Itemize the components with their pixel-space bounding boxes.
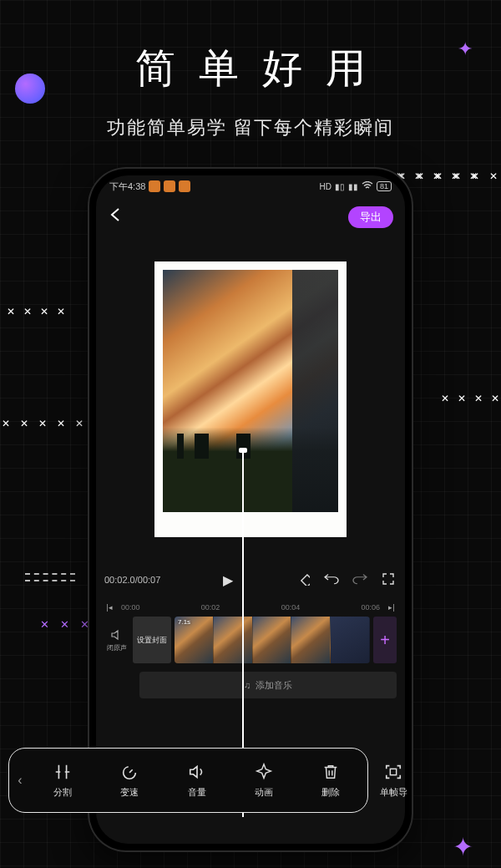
playback-time: 00:02.0/00:07	[104, 575, 160, 585]
add-music-button[interactable]: ♫ 添加音乐	[139, 672, 397, 698]
status-app-icon	[164, 180, 175, 192]
frame-export-button[interactable]: 单帧导	[368, 748, 418, 813]
video-preview[interactable]	[96, 237, 405, 561]
set-cover-button[interactable]: 设置封面	[133, 617, 171, 663]
transport-bar: 00:02.0/00:07 ▶	[96, 561, 405, 598]
signal-icon: ▮▯	[335, 182, 345, 191]
clip-thumb[interactable]	[253, 617, 292, 663]
status-app-icon	[149, 180, 160, 192]
speed-button[interactable]: 变速	[98, 763, 161, 799]
frame-export-label: 单帧导	[380, 786, 407, 799]
add-music-label: 添加音乐	[256, 679, 292, 692]
timeline-ruler[interactable]: |◂ 00:00 00:02 00:04 00:06 ▸|	[96, 598, 405, 617]
phone-screen: 下午4:38 HD ▮▯ ▮▮ 81 导出	[96, 175, 405, 844]
clip-duration-label: 7.1s	[178, 618, 190, 626]
volume-label: 音量	[188, 786, 206, 799]
play-button[interactable]: ▶	[220, 572, 236, 588]
split-label: 分割	[53, 786, 72, 799]
clip-thumb[interactable]	[331, 617, 370, 663]
mute-original-button[interactable]: 闭原声	[104, 617, 129, 663]
ruler-tick: 00:06	[361, 603, 380, 612]
skip-start-button[interactable]: |◂	[104, 603, 114, 612]
delete-button[interactable]: 删除	[299, 763, 362, 799]
promo-subhead: 功能简单易学 留下每个精彩瞬间	[0, 115, 501, 140]
battery-icon: 81	[377, 181, 392, 191]
export-button[interactable]: 导出	[348, 206, 393, 228]
animation-label: 动画	[255, 786, 273, 799]
promo-headline: 简单好用	[0, 42, 501, 95]
animation-button[interactable]: 动画	[232, 763, 296, 799]
deco-dash	[25, 573, 75, 575]
preview-frame	[154, 261, 347, 537]
redo-button[interactable]	[352, 573, 368, 586]
keyframe-button[interactable]	[295, 572, 311, 587]
edit-toolbar: ‹ 分割 变速 音量 动画 删除	[8, 748, 368, 813]
editor-topbar: 导出	[96, 197, 405, 237]
add-clip-button[interactable]: +	[373, 617, 397, 663]
svg-rect-2	[390, 769, 396, 774]
svg-rect-0	[301, 575, 310, 586]
preview-image	[163, 270, 338, 512]
clip-thumb[interactable]	[291, 617, 331, 663]
deco-x-row-r: ✕✕✕✕	[441, 393, 501, 404]
status-hd-label: HD	[320, 182, 331, 191]
split-button[interactable]: 分割	[31, 763, 94, 799]
video-clip-strip[interactable]: 7.1s	[175, 617, 370, 663]
speed-label: 变速	[120, 786, 139, 799]
music-note-icon: ♫	[244, 680, 250, 690]
skip-end-button[interactable]: ▸|	[387, 603, 397, 612]
wifi-icon	[362, 181, 373, 191]
status-app-icon	[179, 180, 190, 192]
deco-dash	[25, 580, 75, 581]
status-time: 下午4:38	[109, 180, 145, 193]
back-button[interactable]	[108, 206, 124, 228]
ruler-ticks: 00:00 00:02 00:04 00:06	[114, 603, 387, 612]
status-bar: 下午4:38 HD ▮▯ ▮▮ 81	[96, 175, 405, 197]
delete-label: 删除	[321, 786, 340, 799]
ruler-tick: 00:02	[201, 603, 220, 612]
volume-button[interactable]: 音量	[164, 763, 228, 799]
clips-row: 闭原声 设置封面 7.1s +	[96, 617, 405, 663]
clip-thumb[interactable]	[214, 617, 253, 663]
fullscreen-button[interactable]	[380, 573, 397, 586]
ruler-tick: 00:04	[281, 603, 301, 612]
undo-button[interactable]	[323, 573, 340, 586]
signal-icon: ▮▮	[348, 182, 358, 191]
sparkle-icon: ✦	[453, 832, 473, 861]
mute-label: 闭原声	[107, 643, 127, 652]
toolbar-back-button[interactable]: ‹	[13, 773, 28, 788]
ruler-tick: 00:00	[121, 603, 140, 612]
deco-x-row: ✕✕✕✕	[7, 306, 73, 317]
